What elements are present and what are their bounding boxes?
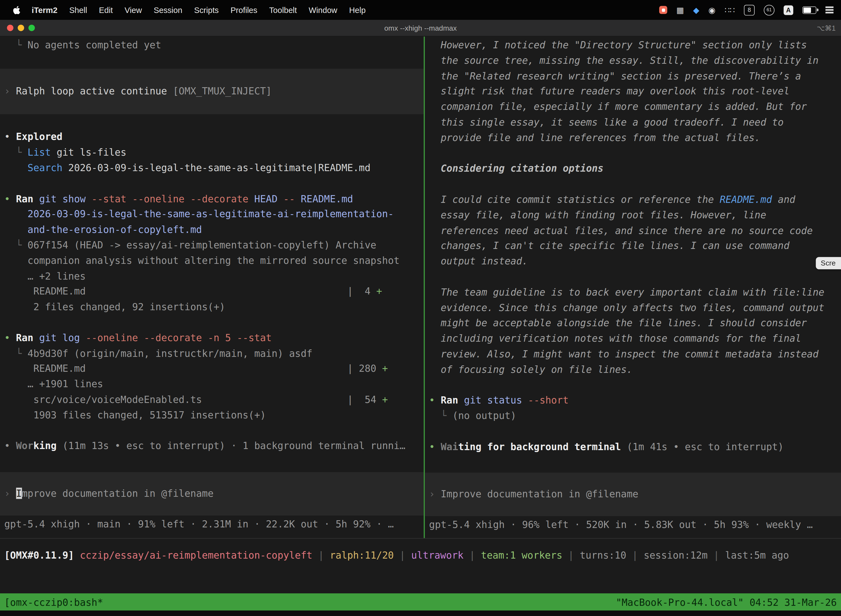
window-shortcut-badge: ⌥⌘1 xyxy=(817,24,835,32)
screen: iTerm2ShellEditViewSessionScriptsProfile… xyxy=(0,0,841,616)
menu-item-session[interactable]: Session xyxy=(148,5,189,14)
agent-transcript-left: • Explored └ List git ls-files Search 20… xyxy=(0,114,424,454)
prompt-input-left[interactable]: › Improve documentation in @filename xyxy=(0,472,424,516)
tmux-session-window[interactable]: [omx-cczip0:bash* xyxy=(4,596,103,608)
ralph-loop-banner[interactable]: › Ralph loop active continue [OMX_TMUX_I… xyxy=(0,69,424,114)
agent-transcript-right: However, I noticed the "Directory Struct… xyxy=(425,38,841,455)
dark-app-icon[interactable]: ◉ xyxy=(709,6,715,14)
close-button[interactable] xyxy=(7,25,13,31)
menu-item-help[interactable]: Help xyxy=(343,5,372,14)
traffic-lights xyxy=(7,20,35,36)
window-title: omx --xhigh --madmax xyxy=(384,24,457,32)
menu-item-iterm2[interactable]: iTerm2 xyxy=(26,5,63,14)
macos-menu-bar: iTerm2ShellEditViewSessionScriptsProfile… xyxy=(0,0,841,20)
screen-recording-indicator-icon[interactable] xyxy=(659,6,667,14)
menu-item-view[interactable]: View xyxy=(119,5,148,14)
agent-pane-right[interactable]: However, I noticed the "Directory Struct… xyxy=(425,37,841,538)
menu-item-profiles[interactable]: Profiles xyxy=(224,5,263,14)
dots-grid-icon[interactable]: ∷∷ xyxy=(725,6,735,14)
model-status-left: gpt-5.4 xhigh · main · 91% left · 2.31M … xyxy=(0,517,424,532)
menu-item-edit[interactable]: Edit xyxy=(93,5,119,14)
agent-pane-left[interactable]: └ No agents completed yet › Ralph loop a… xyxy=(0,37,424,538)
menu-list-icon[interactable] xyxy=(826,9,834,11)
menu-item-window[interactable]: Window xyxy=(303,5,343,14)
terminal-split: └ No agents completed yet › Ralph loop a… xyxy=(0,37,841,538)
menu-item-toolbelt[interactable]: Toolbelt xyxy=(263,5,303,14)
tmux-host-clock: "MacBook-Pro-44.local" 04:52 31-Mar-26 xyxy=(616,596,837,608)
prompt-input-right[interactable]: › Improve documentation in @filename xyxy=(425,472,841,516)
apple-menu-icon[interactable] xyxy=(7,6,26,14)
window-grid-icon[interactable]: ▦ xyxy=(676,6,684,14)
keycap-8-icon[interactable]: 8 xyxy=(744,5,755,15)
screen-overlay-chip[interactable]: Scre xyxy=(816,257,841,269)
window-title-bar: omx --xhigh --madmax ⌥⌘1 xyxy=(0,20,841,37)
tmux-status-bar: [omx-cczip0:bash* "MacBook-Pro-44.local"… xyxy=(0,593,841,610)
menu-item-scripts[interactable]: Scripts xyxy=(188,5,224,14)
battery-icon[interactable] xyxy=(802,6,816,13)
menu-items: iTerm2ShellEditViewSessionScriptsProfile… xyxy=(26,5,371,14)
blue-app-icon[interactable]: ◆ xyxy=(693,6,699,14)
omx-session-status: [OMX#0.11.9] cczip/essay/ai-reimplementa… xyxy=(0,548,841,563)
agents-note: └ No agents completed yet xyxy=(0,38,424,53)
bottom-filler xyxy=(0,610,841,616)
battery-gauge-icon[interactable]: 61 xyxy=(764,5,775,15)
zoom-button[interactable] xyxy=(28,25,35,31)
minimize-button[interactable] xyxy=(18,25,24,31)
menu-bar-status-icons: ▦ ◆ ◉ ∷∷ 8 61 A xyxy=(659,5,834,15)
input-source-icon[interactable]: A xyxy=(784,5,793,15)
model-status-right: gpt-5.4 xhigh · 96% left · 520K in · 5.8… xyxy=(425,517,841,532)
omx-status-row: [OMX#0.11.9] cczip/essay/ai-reimplementa… xyxy=(0,539,841,593)
menu-item-shell[interactable]: Shell xyxy=(63,5,93,14)
